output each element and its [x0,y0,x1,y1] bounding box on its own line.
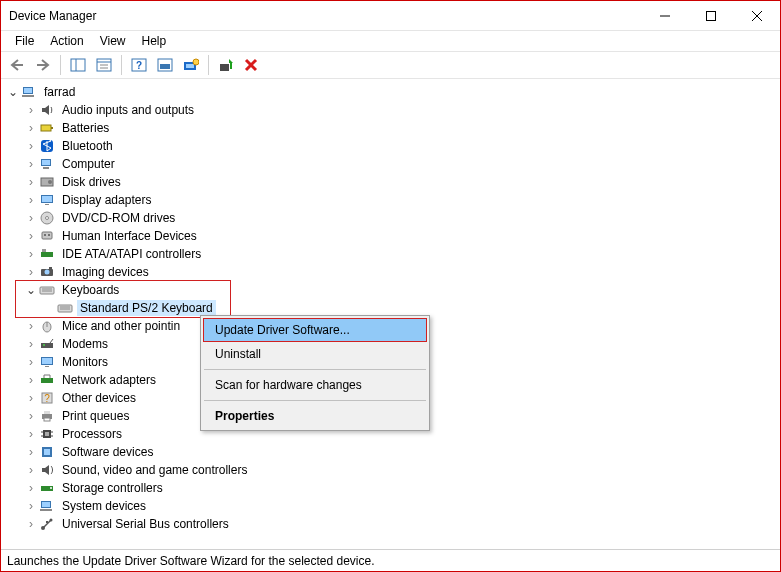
close-button[interactable] [734,1,780,30]
svg-point-56 [43,344,45,346]
expand-icon[interactable] [7,86,19,98]
expand-icon[interactable] [25,284,37,296]
category-node[interactable]: Sound, video and game controllers [7,461,780,479]
category-node[interactable]: Audio inputs and outputs [7,101,780,119]
expand-icon[interactable] [25,104,37,116]
forward-button[interactable] [31,53,55,77]
tree-label: Keyboards [59,282,122,298]
show-hide-tree-button[interactable] [66,53,90,77]
expand-icon[interactable] [25,482,37,494]
bt-icon [39,138,55,154]
expand-icon[interactable] [25,320,37,332]
disc-icon [39,210,55,226]
expand-icon[interactable] [25,500,37,512]
other-icon: ? [39,390,55,406]
svg-rect-68 [45,432,49,436]
svg-rect-46 [49,267,52,269]
svg-rect-27 [51,127,53,129]
expand-icon[interactable] [25,464,37,476]
context-separator [204,400,426,401]
tree-label: Monitors [59,354,111,370]
context-properties[interactable]: Properties [203,404,427,428]
properties-button[interactable] [92,53,116,77]
svg-rect-19 [220,64,229,71]
expand-icon[interactable] [25,248,37,260]
expand-icon[interactable] [25,338,37,350]
titlebar: Device Manager [1,1,780,31]
expand-icon[interactable] [25,266,37,278]
svg-rect-6 [71,59,85,71]
menu-action[interactable]: Action [42,32,91,50]
category-node[interactable]: Software devices [7,443,780,461]
device-tree[interactable]: farradAudio inputs and outputsBatteriesB… [1,79,780,549]
svg-rect-35 [42,196,52,202]
back-button[interactable] [5,53,29,77]
ide-icon [39,246,55,262]
window-title: Device Manager [9,9,642,23]
svg-rect-65 [44,411,50,414]
category-node[interactable]: IDE ATA/ATAPI controllers [7,245,780,263]
expand-icon[interactable] [25,212,37,224]
menu-file[interactable]: File [7,32,42,50]
category-node[interactable]: System devices [7,497,780,515]
context-separator [204,369,426,370]
maximize-button[interactable] [688,1,734,30]
tree-label: farrad [41,84,78,100]
expand-icon[interactable] [25,410,37,422]
expand-icon[interactable] [25,392,37,404]
expand-icon[interactable] [25,518,37,530]
category-node[interactable]: Bluetooth [7,137,780,155]
scan-hardware-button[interactable] [179,53,203,77]
expand-icon[interactable] [25,428,37,440]
expand-icon[interactable] [25,140,37,152]
expand-icon[interactable] [25,122,37,134]
svg-rect-59 [42,358,52,364]
category-node[interactable]: Universal Serial Bus controllers [7,515,780,533]
category-node[interactable]: Imaging devices [7,263,780,281]
pc-icon [21,84,37,100]
context-scan[interactable]: Scan for hardware changes [203,373,427,397]
expand-icon[interactable] [25,356,37,368]
update-driver-button[interactable] [214,53,238,77]
net-icon [39,372,55,388]
tree-label: Sound, video and game controllers [59,462,250,478]
battery-icon [39,120,55,136]
expand-icon[interactable] [25,446,37,458]
help-button[interactable]: ? [127,53,151,77]
context-update-driver[interactable]: Update Driver Software... [203,318,427,342]
svg-text:?: ? [44,393,50,404]
root-node[interactable]: farrad [7,83,780,101]
sound-icon [39,462,55,478]
tree-label: Modems [59,336,111,352]
menu-view[interactable]: View [92,32,134,50]
context-uninstall[interactable]: Uninstall [203,342,427,366]
category-keyboards[interactable]: Keyboards [7,281,780,299]
svg-rect-60 [45,366,49,367]
category-node[interactable]: Human Interface Devices [7,227,780,245]
expand-icon[interactable] [25,176,37,188]
expand-icon[interactable] [25,194,37,206]
tree-label: Universal Serial Bus controllers [59,516,232,532]
svg-rect-17 [186,64,194,68]
minimize-button[interactable] [642,1,688,30]
category-node[interactable]: Storage controllers [7,479,780,497]
category-node[interactable]: DVD/CD-ROM drives [7,209,780,227]
expand-icon[interactable] [25,230,37,242]
tree-label: Computer [59,156,118,172]
category-node[interactable]: Computer [7,155,780,173]
category-node[interactable]: Disk drives [7,173,780,191]
menu-help[interactable]: Help [134,32,175,50]
action-button[interactable] [153,53,177,77]
statusbar: Launches the Update Driver Software Wiza… [1,549,780,571]
tree-label: IDE ATA/ATAPI controllers [59,246,204,262]
uninstall-button[interactable] [240,53,264,77]
category-node[interactable]: Batteries [7,119,780,137]
display-icon [39,192,55,208]
tree-label: Audio inputs and outputs [59,102,197,118]
svg-rect-25 [22,95,34,97]
tree-label: Print queues [59,408,132,424]
expand-icon[interactable] [25,158,37,170]
monitor-icon [39,354,55,370]
expand-icon[interactable] [25,374,37,386]
category-node[interactable]: Display adapters [7,191,780,209]
